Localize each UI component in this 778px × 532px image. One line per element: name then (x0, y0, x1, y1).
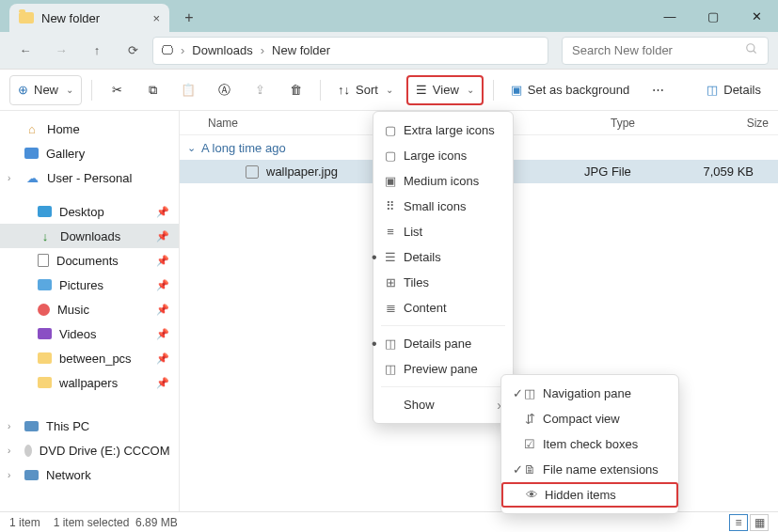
chevron-right-icon[interactable]: › (8, 173, 10, 183)
details-view-toggle[interactable]: ≡ (729, 514, 748, 531)
label: Set as background (528, 83, 629, 97)
search-input[interactable] (572, 43, 745, 57)
trash-icon: 🗑 (290, 83, 302, 97)
sidebar-item-gallery[interactable]: Gallery (0, 141, 179, 165)
menu-item-check-boxes[interactable]: ☑Item check boxes (501, 431, 678, 457)
share-icon: ⇪ (255, 83, 265, 97)
chevron-right-icon[interactable]: › (8, 446, 10, 456)
folder-icon (19, 12, 34, 23)
new-tab-button[interactable]: + (175, 4, 203, 32)
menu-show[interactable]: Show (373, 392, 513, 417)
tab-title: New folder (41, 11, 100, 25)
navbar: ← → ↑ ⟳ 🖵 › Downloads › New folder (0, 32, 778, 70)
view-menu: ▢Extra large icons ▢Large icons ▣Medium … (373, 111, 514, 424)
sidebar-item-home[interactable]: ⌂Home (0, 117, 179, 141)
col-type[interactable]: Type (601, 117, 695, 130)
sidebar-item-downloads[interactable]: ↓Downloads📌 (0, 224, 179, 248)
bullet-icon: • (372, 336, 377, 352)
sm-icons-icon: ⠿ (383, 199, 398, 213)
menu-tiles[interactable]: ⊞Tiles (373, 270, 513, 295)
chevron-right-icon[interactable]: › (8, 470, 10, 480)
search-box[interactable] (562, 37, 769, 65)
label: Home (47, 122, 80, 136)
sidebar-item-pictures[interactable]: Pictures📌 (0, 273, 179, 297)
more-button[interactable]: ⋯ (643, 75, 673, 105)
gallery-icon (24, 148, 39, 159)
thumbnails-view-toggle[interactable]: ▦ (750, 514, 769, 531)
share-button[interactable]: ⇪ (245, 75, 275, 105)
pin-icon: 📌 (156, 279, 169, 291)
paste-button[interactable]: 📋 (173, 75, 203, 105)
col-size[interactable]: Size (695, 117, 778, 130)
label: Network (46, 468, 91, 482)
minimize-button[interactable]: — (648, 0, 691, 32)
set-background-button[interactable]: ▣ Set as background (503, 75, 637, 105)
menu-navigation-pane[interactable]: ✓◫Navigation pane (501, 381, 678, 406)
sidebar-item-dvd[interactable]: ›DVD Drive (E:) CCCOMA_X64FRE_EN (0, 438, 179, 462)
list-icon: ☰ (416, 83, 427, 97)
label: between_pcs (59, 352, 132, 366)
content-icon: ≣ (383, 301, 398, 315)
label: Desktop (59, 205, 104, 219)
sidebar-item-thispc[interactable]: ›This PC (0, 414, 179, 438)
menu-medium-icons[interactable]: ▣Medium icons (373, 168, 513, 194)
details-icon: ☰ (383, 250, 398, 264)
bullet-icon: • (372, 249, 377, 266)
menu-details-pane[interactable]: •◫Details pane (373, 331, 513, 356)
breadcrumb[interactable]: 🖵 › Downloads › New folder (152, 37, 548, 65)
sidebar-item-user[interactable]: ›☁User - Personal (0, 165, 179, 190)
pin-icon: 📌 (156, 206, 169, 218)
tab-newfolder[interactable]: New folder × (9, 4, 169, 32)
new-button[interactable]: ⊕ New ⌄ (9, 75, 82, 105)
file-icon: 🗎 (522, 462, 537, 477)
pin-icon: 📌 (156, 328, 169, 340)
maximize-button[interactable]: ▢ (691, 0, 735, 32)
tab-close-button[interactable]: × (152, 11, 160, 25)
status-bar: 1 item 1 item selected 6.89 MB ≡ ▦ (0, 511, 778, 532)
breadcrumb-downloads[interactable]: Downloads (192, 43, 252, 57)
details-pane-toggle[interactable]: ◫ Details (699, 75, 769, 105)
menu-extra-large-icons[interactable]: ▢Extra large icons (373, 117, 513, 143)
menu-small-icons[interactable]: ⠿Small icons (373, 194, 513, 219)
back-button[interactable]: ← (9, 37, 41, 65)
menu-large-icons[interactable]: ▢Large icons (373, 143, 513, 168)
chevron-down-icon[interactable]: ⌄ (187, 142, 196, 154)
forward-button[interactable]: → (45, 37, 77, 65)
menu-separator (381, 325, 505, 326)
view-button[interactable]: ☰ View ⌄ (406, 75, 484, 105)
sidebar-item-documents[interactable]: Documents📌 (0, 248, 179, 273)
menu-list[interactable]: ≡List (373, 219, 513, 244)
eye-icon: 👁 (524, 488, 539, 502)
cut-button[interactable]: ✂ (102, 75, 132, 105)
sort-button[interactable]: ↑↓ Sort ⌄ (330, 75, 401, 105)
menu-preview-pane[interactable]: ◫Preview pane (373, 356, 513, 382)
chevron-right-icon[interactable]: › (8, 421, 10, 431)
folder-icon (38, 352, 52, 364)
details-pane-icon: ◫ (383, 336, 398, 351)
label: Pictures (59, 278, 103, 292)
sidebar-item-videos[interactable]: Videos📌 (0, 321, 179, 346)
rename-button[interactable]: Ⓐ (209, 75, 239, 105)
menu-compact-view[interactable]: ⇵Compact view (501, 406, 678, 431)
status-count: 1 item (9, 516, 40, 529)
close-button[interactable]: ✕ (735, 0, 778, 32)
show-submenu: ✓◫Navigation pane ⇵Compact view ☑Item ch… (500, 374, 679, 514)
delete-button[interactable]: 🗑 (280, 75, 310, 105)
menu-details[interactable]: •☰Details (373, 244, 513, 270)
menu-hidden-items[interactable]: 👁Hidden items (501, 482, 678, 508)
label: List (404, 225, 422, 239)
sidebar-item-desktop[interactable]: Desktop📌 (0, 199, 179, 224)
up-button[interactable]: ↑ (81, 37, 113, 65)
sidebar-item-network[interactable]: ›Network (0, 462, 179, 487)
refresh-button[interactable]: ⟳ (117, 37, 149, 65)
pictures-icon (38, 279, 52, 290)
sidebar-item-wallpapers[interactable]: wallpapers📌 (0, 370, 179, 395)
sidebar-item-between-pcs[interactable]: between_pcs📌 (0, 346, 179, 370)
menu-file-name-extensions[interactable]: ✓🗎File name extensions (501, 457, 678, 482)
breadcrumb-current[interactable]: New folder (272, 43, 330, 57)
download-icon: ↓ (38, 228, 53, 243)
copy-button[interactable]: ⧉ (137, 75, 167, 105)
rename-icon: Ⓐ (218, 82, 230, 99)
sidebar-item-music[interactable]: Music📌 (0, 297, 179, 321)
menu-content[interactable]: ≣Content (373, 295, 513, 321)
